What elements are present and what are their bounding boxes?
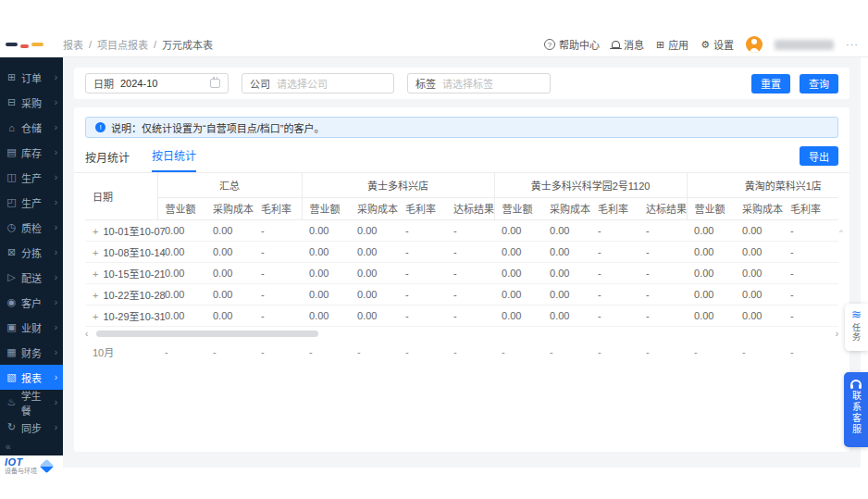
table-cell: - [446, 305, 494, 326]
table-cell: 0.00 [687, 262, 735, 283]
tab-daily-stats[interactable]: 按日统计 [152, 147, 196, 172]
help-center-link[interactable]: ? 帮助中心 [544, 37, 600, 52]
table-cell: 0.00 [302, 241, 350, 262]
table-cell: - [446, 340, 494, 365]
table-cell: 0.00 [350, 241, 398, 262]
user-menu-more[interactable]: ··· [846, 39, 859, 50]
table-cell: - [398, 262, 446, 283]
sidebar-item-label: 采购 [21, 95, 42, 110]
table-cell: - [831, 241, 838, 262]
sidebar-item-7[interactable]: ⊠分拣› [0, 240, 63, 265]
breadcrumb-item-site-reports[interactable]: 项目点报表 [97, 37, 148, 52]
expand-icon[interactable]: + [93, 311, 98, 322]
tab-monthly-stats[interactable]: 按月统计 [85, 149, 130, 172]
menu-icon: ⊟ [6, 96, 18, 108]
messages-link[interactable]: 消息 [612, 37, 644, 52]
iot-logo-text: IOT 设备与环境 [5, 457, 37, 475]
column-group-header: 黄士多科兴店 [302, 173, 494, 197]
table-cell: - [446, 262, 494, 283]
table-cell: - [254, 340, 302, 365]
table-cell: - [398, 340, 446, 365]
table-cell: - [639, 262, 687, 283]
table-horizontal-scrollbar[interactable]: ‹ › [85, 330, 838, 338]
scroll-right-icon[interactable]: › [836, 330, 838, 338]
menu-icon: ◫ [6, 171, 18, 183]
expand-icon[interactable]: + [93, 226, 98, 237]
sidebar-item-8[interactable]: ▷配送› [0, 265, 63, 290]
summary-row: 10月--------------- [85, 340, 838, 365]
sidebar-item-3[interactable]: ▤库存› [0, 140, 63, 165]
apps-link[interactable]: ⊞ 应用 [656, 37, 688, 52]
scroll-left-icon[interactable]: ‹ [85, 330, 88, 338]
breadcrumb: 报表 / 项目点报表 / 万元成本表 [63, 37, 213, 52]
sidebar-item-9[interactable]: ◉客户› [0, 290, 63, 315]
sidebar-item-12[interactable]: ▧报表› [0, 365, 63, 390]
menu-icon: ▧ [6, 371, 18, 383]
column-header: 营业额 [494, 197, 542, 219]
date-picker[interactable]: 日期 2024-10 [85, 73, 229, 94]
sidebar-item-13[interactable]: ♨学生餐› [0, 390, 63, 415]
table-cell: 0.00 [494, 241, 542, 262]
column-group-header: 汇总 [157, 173, 302, 197]
menu-icon: ▦ [6, 346, 18, 358]
sidebar-item-14[interactable]: ↻同步› [0, 415, 63, 440]
sidebar-item-label: 报表 [21, 370, 42, 385]
sidebar-item-6[interactable]: ◷质检› [0, 215, 63, 240]
column-header: 营业额 [302, 197, 350, 219]
table-cell: - [639, 283, 687, 305]
table-cell: 0.00 [735, 241, 783, 262]
breadcrumb-current-page: 万元成本表 [162, 37, 213, 52]
company-select[interactable]: 公司 请选择公司 [242, 73, 394, 94]
iot-subtitle: 设备与环境 [5, 468, 37, 475]
chevron-right-icon: › [55, 197, 57, 207]
expand-icon[interactable]: + [93, 268, 98, 280]
sidebar-collapse-icon[interactable]: « [0, 440, 63, 455]
table-cell: 0.00 [302, 262, 350, 283]
iot-title: IOT [5, 457, 37, 468]
table-cell: - [446, 219, 494, 241]
table-vertical-scrollbar[interactable]: ^ [837, 221, 846, 238]
sidebar-item-4[interactable]: ◫生产› [0, 165, 63, 190]
scrollbar-thumb[interactable] [96, 331, 318, 337]
table-cell: 0.00 [350, 283, 398, 305]
sidebar-item-10[interactable]: ▣业财› [0, 315, 63, 340]
table-cell: - [254, 241, 302, 262]
column-group-header: 黄淘的菜科兴1店 [687, 173, 838, 197]
task-widget-label: 任务 [850, 323, 862, 342]
query-button[interactable]: 查询 [800, 74, 838, 94]
sidebar-item-2[interactable]: ⌂仓储› [0, 115, 63, 140]
settings-link[interactable]: ⚙ 设置 [701, 37, 734, 52]
table-row: +10-29至10-310.000.00-0.000.00--0.000.00-… [85, 305, 838, 326]
expand-icon[interactable]: + [93, 247, 98, 258]
expand-icon[interactable]: + [93, 290, 98, 301]
table-cell: - [398, 283, 446, 305]
reset-button[interactable]: 重置 [751, 74, 790, 94]
avatar[interactable] [746, 36, 763, 53]
table-cell: - [783, 305, 831, 326]
company-placeholder: 请选择公司 [277, 76, 328, 91]
sidebar-item-11[interactable]: ▦财务› [0, 340, 63, 365]
avatar-body-icon [750, 48, 759, 53]
menu-icon: ▣ [6, 321, 18, 333]
tag-select[interactable]: 标签 请选择标签 [407, 73, 551, 94]
table-cell: - [831, 305, 838, 326]
tag-label: 标签 [415, 76, 436, 91]
menu-icon: ⊠ [6, 246, 18, 258]
table-cell: - [831, 283, 838, 305]
table-cell: 0.00 [205, 219, 254, 241]
chevron-right-icon: › [55, 272, 57, 282]
table-cell: - [783, 241, 831, 262]
sidebar-item-1[interactable]: ⊟采购› [0, 90, 63, 115]
contact-support-widget[interactable]: 联系客服 [844, 372, 868, 447]
menu-icon: ◉ [6, 296, 18, 308]
date-range-cell: +10-22至10-28 [85, 283, 157, 305]
sidebar-item-0[interactable]: ⊞订单› [0, 65, 63, 90]
export-button[interactable]: 导出 [800, 146, 838, 166]
table-cell: - [446, 241, 494, 262]
floating-task-widget[interactable]: ≋ 任务 [845, 304, 868, 351]
table-cell: 0.00 [542, 283, 590, 305]
table-cell: - [350, 340, 398, 365]
breadcrumb-item-reports[interactable]: 报表 [63, 37, 83, 52]
sidebar-item-5[interactable]: ◰生产› [0, 190, 63, 215]
date-range-cell: +10-01至10-07 [85, 219, 157, 241]
